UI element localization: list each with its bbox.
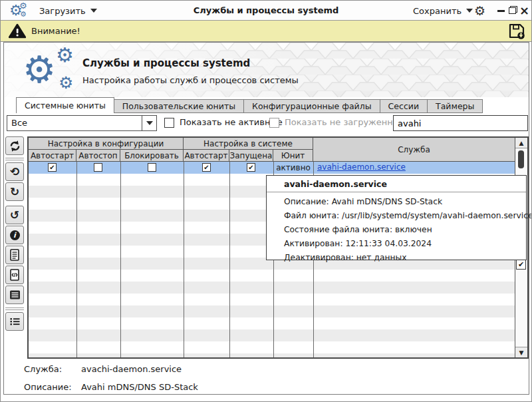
titlebar: ⚙ ⚙ ⚙ Загрузить Службы и процессы system… <box>1 1 531 21</box>
autostart-system-checkbox[interactable]: ✔ <box>202 163 211 172</box>
show-inactive-checkbox[interactable] <box>164 118 174 128</box>
save-to-disk-icon[interactable] <box>508 23 526 40</box>
history-icon: ⟲ <box>10 166 19 178</box>
column-header-service[interactable]: Служба <box>313 138 515 162</box>
tooltip-unit-file-state: Состояние файла юнита: включен <box>267 220 526 234</box>
save-menu-label: Сохранить <box>413 6 462 16</box>
scrollbar-thumb[interactable] <box>518 150 524 168</box>
show-unloaded-label: Показать не загруженные <box>285 117 405 127</box>
autostart-config-checkbox[interactable]: ✔ <box>48 163 57 172</box>
running-checkbox[interactable]: ✔ <box>247 163 255 172</box>
tab-timers[interactable]: Таймеры <box>428 99 483 113</box>
undo-icon: ↺ <box>10 210 19 221</box>
category-combobox[interactable]: Все <box>7 115 157 131</box>
tooltip-title: avahi-daemon.service <box>267 176 526 192</box>
tooltip-unit-file: Файл юнита: /usr/lib/systemd/system/avah… <box>267 206 526 220</box>
table-row-selected[interactable]: ✔ ✔ ✔ <box>29 162 515 174</box>
show-inactive-label: Показать не активные <box>180 117 283 127</box>
gear-icon: ⚙ <box>23 51 56 89</box>
scroll-down-button[interactable]: ▼ <box>515 347 527 357</box>
column-header-autostart-system[interactable]: Автостарт <box>184 150 229 162</box>
arrow-down-icon: ▼ <box>519 349 524 356</box>
warning-bar: Внимание! <box>1 21 531 42</box>
show-unloaded-checkbox[interactable] <box>269 118 279 128</box>
check-icon: ✔ <box>49 164 55 171</box>
panel-icon <box>9 290 21 300</box>
chevron-down-icon <box>90 9 97 13</box>
undo-button[interactable]: ↺ <box>5 206 24 224</box>
tab-config-files[interactable]: Конфигурационные файлы <box>244 99 380 113</box>
list-button[interactable] <box>5 312 24 331</box>
combobox-dropdown-button[interactable] <box>142 116 156 130</box>
status-description-value: Avahi mDNS/DNS SD-Stack <box>81 382 198 392</box>
tab-bar: Системные юниты Пользовательские юниты К… <box>16 97 483 113</box>
combobox-value: Все <box>11 116 27 130</box>
scroll-up-button[interactable]: ▲ <box>515 138 527 148</box>
column-header-unit[interactable]: Юнит <box>273 150 313 162</box>
tab-system-units[interactable]: Системные юниты <box>16 97 114 113</box>
stray-checked-checkbox[interactable]: ✔ <box>516 260 526 270</box>
edit-unit-file-button[interactable] <box>5 266 24 284</box>
view-file-button[interactable] <box>5 246 24 264</box>
arrow-up-icon: ▲ <box>519 140 524 146</box>
tooltip-description: Описание: Avahi mDNS/DNS SD-Stack <box>267 192 526 206</box>
close-button[interactable]: × <box>519 3 529 19</box>
settings-gear-icon[interactable]: ⚙ <box>474 3 485 19</box>
search-input[interactable] <box>393 115 528 131</box>
column-header-running[interactable]: Запущена <box>229 150 273 162</box>
save-menu-button[interactable]: Сохранить <box>413 1 473 21</box>
tooltip-deactivated: Деактивирован: нет данных <box>267 248 526 262</box>
hero-band: ⚙ ⚙ ⚙ Службы и процессы systemd Настройк… <box>4 43 529 97</box>
service-tooltip: avahi-daemon.service Описание: Avahi mDN… <box>266 175 527 260</box>
chevron-down-icon <box>466 9 473 13</box>
app-gears-icon: ⚙ ⚙ ⚙ <box>9 1 32 20</box>
status-service-value: avachi-daemon.service <box>81 364 182 374</box>
journal-button[interactable] <box>5 286 24 304</box>
load-menu-label: Загрузить <box>39 6 86 16</box>
code-file-icon <box>9 269 20 281</box>
column-header-autostop[interactable]: Автостоп <box>76 150 120 162</box>
minimize-button[interactable] <box>497 10 505 12</box>
check-icon: ✔ <box>203 164 209 171</box>
list-icon <box>9 316 21 327</box>
column-divider <box>76 162 77 357</box>
group-header-system: Настройка в системе <box>184 138 313 150</box>
gear-icon: ⚙ <box>19 1 27 10</box>
gear-icon: ⚙ <box>59 75 73 91</box>
redo-button[interactable]: ↻ <box>5 182 24 201</box>
autostop-checkbox[interactable] <box>94 163 102 172</box>
history-restore-button[interactable]: ⟲ <box>5 162 24 181</box>
restore-button[interactable] <box>509 6 517 14</box>
gear-icon: ⚙ <box>20 11 27 18</box>
column-divider <box>120 162 121 357</box>
service-link[interactable]: avahi-daemon.service <box>317 162 406 172</box>
chevron-down-icon <box>146 121 153 125</box>
tooltip-activated: Активирован: 12:11:33 04.03.2024 <box>267 234 526 248</box>
check-icon: ✔ <box>248 164 253 171</box>
load-menu-button[interactable]: Загрузить <box>39 1 97 21</box>
toolbar-separator <box>5 158 24 160</box>
page-subtitle: Настройка работы служб и процессов систе… <box>82 75 299 85</box>
column-header-block[interactable]: Блокировать <box>120 150 184 162</box>
refresh-icon <box>9 140 21 152</box>
redo-icon: ↻ <box>10 186 19 198</box>
warning-triangle-icon <box>9 23 26 39</box>
info-icon: i <box>10 230 20 240</box>
refresh-button[interactable] <box>5 136 24 155</box>
gear-icon: ⚙ <box>56 45 74 65</box>
unit-state-cell: активно <box>273 162 313 174</box>
app-logo-gears: ⚙ ⚙ ⚙ <box>23 45 84 95</box>
status-service-label: Служба: <box>24 364 62 374</box>
column-divider <box>229 162 230 357</box>
info-button[interactable]: i <box>5 226 24 244</box>
column-header-autostart-config[interactable]: Автостарт <box>29 150 76 162</box>
group-header-config: Настройка в конфигурации <box>29 138 184 150</box>
column-divider <box>184 162 184 357</box>
tab-sessions[interactable]: Сессии <box>380 99 428 113</box>
check-icon: ✔ <box>518 260 524 269</box>
page-title: Службы и процессы systemd <box>82 57 250 69</box>
document-icon <box>9 249 20 261</box>
block-checkbox[interactable] <box>148 163 156 172</box>
app-window: ⚙ ⚙ ⚙ Загрузить Службы и процессы system… <box>0 0 532 402</box>
tab-user-units[interactable]: Пользовательские юниты <box>114 99 244 113</box>
